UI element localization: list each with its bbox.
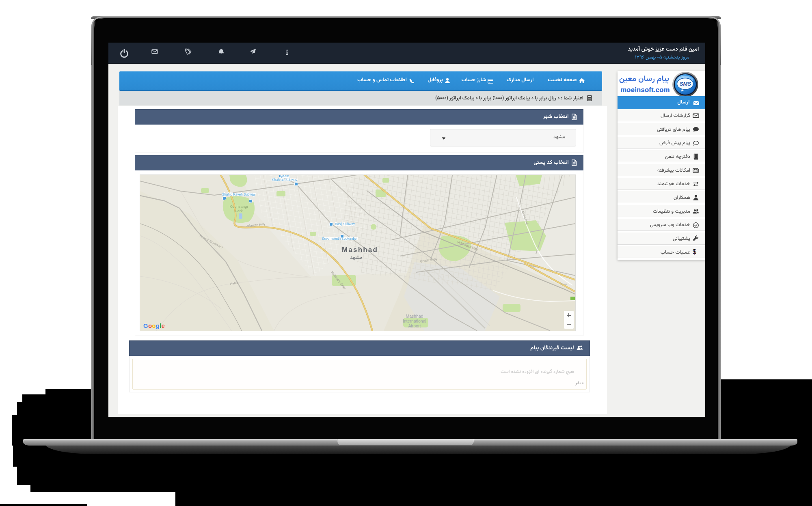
svg-text:SMS: SMS	[680, 81, 691, 87]
svg-text:Shahrab Subway: Shahrab Subway	[272, 178, 298, 182]
svg-text:Shar: Shar	[560, 282, 567, 286]
svg-text:Qaem: Qaem	[280, 175, 289, 178]
svg-text:Mashhad: Mashhad	[406, 314, 423, 319]
svg-text:International: International	[403, 319, 426, 323]
svg-text:Park: Park	[235, 209, 243, 213]
svg-text:Airport: Airport	[408, 323, 421, 328]
svg-text:moeinsoft.com: moeinsoft.com	[620, 86, 669, 93]
svg-text:Koohsangi: Koohsangi	[230, 204, 248, 209]
svg-text:Shahid Kaveh Subway: Shahid Kaveh Subway	[222, 193, 256, 196]
svg-text:Seventeenth September: Seventeenth September	[322, 237, 358, 241]
svg-text:Basij Subway: Basij Subway	[335, 222, 355, 226]
svg-text:Mashhad: Mashhad	[342, 246, 378, 254]
svg-text:Google: Google	[143, 322, 165, 329]
